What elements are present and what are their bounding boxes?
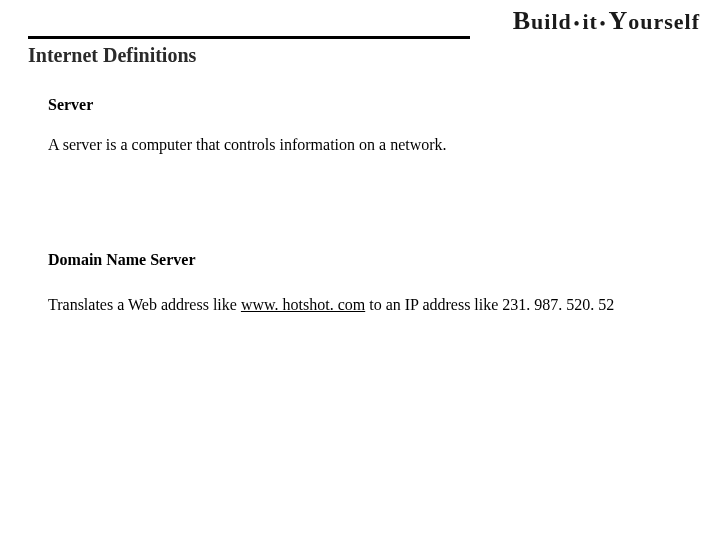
- definition-dns: Translates a Web address like www. hotsh…: [48, 287, 680, 322]
- term-server: Server: [48, 92, 680, 118]
- logo-build-it-yourself: Build•it•Yourself: [513, 6, 700, 36]
- logo-text-ourself: ourself: [628, 9, 700, 34]
- definition-server: A server is a computer that controls inf…: [48, 132, 680, 158]
- logo-text-it: it: [582, 9, 597, 34]
- definition-dns-post: to an IP address like 231. 987. 520. 52: [365, 296, 614, 313]
- link-hotshot[interactable]: www. hotshot. com: [241, 296, 365, 313]
- logo-letter-b: B: [513, 6, 531, 35]
- definition-dns-pre: Translates a Web address like: [48, 296, 241, 313]
- logo-sep-1: •: [574, 15, 581, 32]
- header-rule: [28, 36, 470, 39]
- term-dns: Domain Name Server: [48, 247, 680, 273]
- page-title: Internet Definitions: [28, 44, 196, 67]
- logo-letter-y: Y: [608, 6, 628, 35]
- content: Server A server is a computer that contr…: [48, 90, 680, 322]
- logo-text-uild: uild: [531, 9, 572, 34]
- logo-sep-2: •: [600, 15, 607, 32]
- header: Build•it•Yourself: [0, 0, 720, 50]
